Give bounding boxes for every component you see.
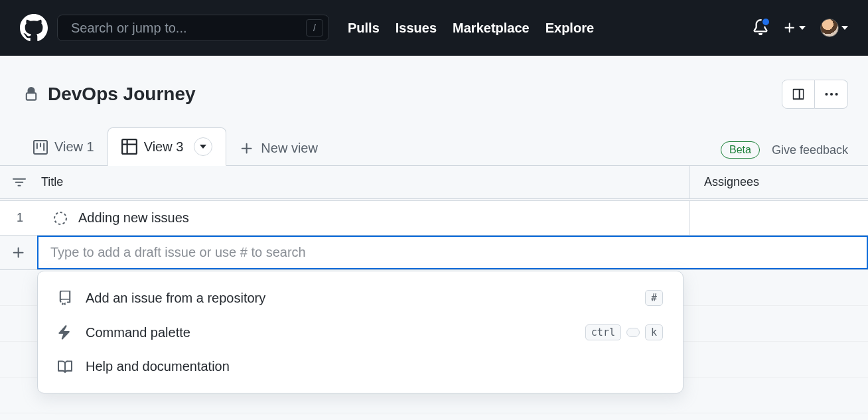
add-item-input-wrap[interactable] (37, 236, 868, 269)
nav-pulls[interactable]: Pulls (348, 21, 380, 36)
add-item-row (0, 236, 868, 270)
github-mark-icon (20, 14, 48, 42)
popup-item-label: Help and documentation (86, 359, 230, 374)
column-assignees-label: Assignees (704, 175, 759, 189)
project-title-wrap: DevOps Journey (24, 84, 196, 105)
tab-options-button[interactable] (194, 137, 212, 156)
caret-down-icon (841, 26, 848, 30)
kebab-icon (824, 87, 839, 102)
sidebar-icon (791, 87, 806, 102)
popup-add-from-repo[interactable]: Add an issue from a repository # (38, 281, 683, 315)
tab-label: View 3 (144, 139, 184, 155)
slash-key-hint: / (306, 19, 323, 36)
book-icon (58, 360, 72, 374)
new-view-button[interactable]: New view (226, 131, 331, 165)
nav-right (753, 19, 848, 37)
project-title: DevOps Journey (48, 84, 196, 105)
filter-button[interactable] (12, 176, 27, 189)
popup-command-palette[interactable]: Command palette ctrl k (38, 315, 683, 350)
table-icon (121, 139, 137, 155)
nav-explore[interactable]: Explore (545, 21, 594, 36)
create-new-button[interactable] (783, 21, 806, 35)
user-menu[interactable] (820, 19, 848, 37)
github-logo[interactable] (20, 14, 48, 42)
nav-marketplace[interactable]: Marketplace (453, 21, 530, 36)
table-header-row: Title Assignees (0, 166, 868, 199)
tab-view-3[interactable]: View 3 (108, 127, 227, 166)
row-assignees-cell[interactable] (689, 201, 868, 235)
table-row[interactable]: 1 Adding new issues (0, 200, 868, 236)
key-hint-k: k (645, 324, 663, 340)
plus-icon (783, 21, 796, 35)
row-title: Adding new issues (78, 210, 189, 226)
beta-badge: Beta (721, 141, 760, 159)
tab-view-1[interactable]: View 1 (20, 130, 108, 165)
global-search-input[interactable] (71, 21, 283, 36)
tabs-right: Beta Give feedback (721, 141, 848, 165)
column-title-label: Title (41, 175, 63, 189)
insights-button[interactable] (782, 80, 815, 109)
popup-item-shortcut: ctrl k (585, 324, 663, 340)
views-tabs-row: View 1 View 3 New view Beta Give feedbac… (0, 109, 868, 166)
caret-down-icon (799, 26, 806, 30)
project-header-actions (782, 80, 848, 109)
popup-item-label: Add an issue from a repository (86, 291, 265, 306)
draft-issue-icon (53, 211, 68, 226)
repo-icon (58, 291, 72, 305)
add-item-suggestions-popup: Add an issue from a repository # Command… (37, 271, 684, 393)
popup-item-label: Command palette (86, 325, 190, 340)
popup-item-shortcut: # (645, 290, 663, 306)
row-number: 1 (0, 201, 40, 235)
nav-issues[interactable]: Issues (396, 21, 437, 36)
plus-icon (240, 141, 254, 156)
more-options-button[interactable] (815, 80, 848, 109)
notifications-button[interactable] (753, 19, 768, 37)
notification-dot (761, 17, 770, 27)
popup-help[interactable]: Help and documentation (38, 350, 683, 384)
lock-icon (24, 87, 38, 102)
caret-down-icon (200, 145, 206, 149)
key-hint-ctrl: ctrl (585, 324, 621, 340)
new-view-label: New view (261, 141, 318, 156)
add-item-plus[interactable] (0, 236, 37, 269)
add-item-input[interactable] (50, 245, 855, 260)
tab-label: View 1 (54, 139, 94, 155)
give-feedback-link[interactable]: Give feedback (772, 143, 848, 157)
column-header-assignees[interactable]: Assignees (689, 166, 868, 198)
filter-icon (13, 176, 26, 189)
row-title-cell[interactable]: Adding new issues (40, 201, 689, 235)
project-icon (33, 140, 48, 155)
key-hint: # (645, 290, 663, 306)
project-header: DevOps Journey (0, 56, 868, 109)
global-nav: / Pulls Issues Marketplace Explore (0, 0, 868, 56)
svg-point-0 (54, 212, 66, 224)
key-hint-separator (626, 328, 640, 337)
global-search[interactable]: / (57, 15, 329, 41)
plus-icon (11, 245, 26, 260)
zap-icon (58, 325, 72, 340)
views-tabs: View 1 View 3 New view (20, 127, 331, 165)
column-header-title[interactable]: Title (0, 166, 689, 198)
avatar (820, 19, 839, 37)
nav-links: Pulls Issues Marketplace Explore (348, 21, 594, 36)
